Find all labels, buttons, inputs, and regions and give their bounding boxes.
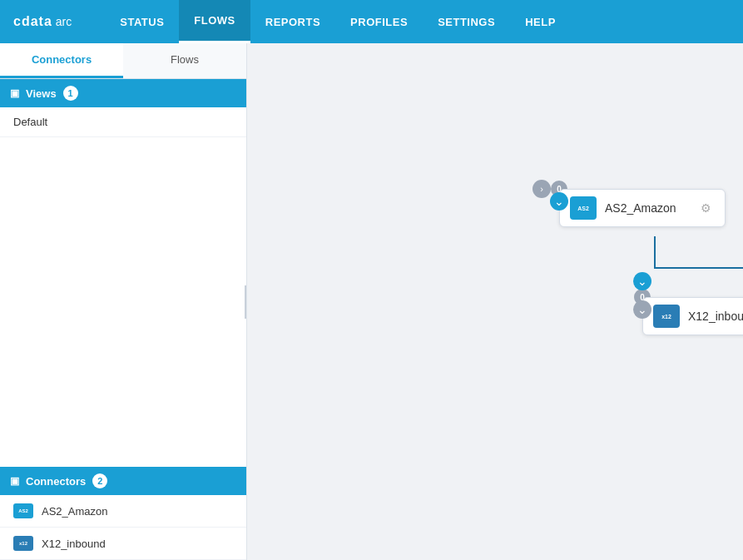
left-expand-icon: ›: [540, 184, 543, 194]
sidebar-tabs: Connectors Flows: [0, 43, 246, 79]
as2-gear-button[interactable]: ⚙: [696, 199, 715, 217]
logo-arc-text: arc: [56, 15, 72, 28]
x12-inbound-flow-node: x12 X12_inbound ⚙ ›: [642, 297, 743, 335]
sidebar-item-default[interactable]: Default: [0, 107, 246, 137]
as2-amazon-flow-node: AS2 AS2_Amazon ⚙: [559, 189, 726, 227]
as2-left-expand[interactable]: ›: [532, 180, 551, 198]
sidebar-item-x12-inbound[interactable]: x12 X12_inbound: [0, 528, 246, 560]
x12-node-name: X12_inbound: [688, 310, 743, 323]
views-label: Views: [26, 87, 57, 100]
as2-amazon-label: AS2_Amazon: [42, 505, 108, 518]
as2-amazon-icon: AS2: [13, 503, 33, 518]
nav-profiles[interactable]: PROFILES: [335, 0, 423, 43]
canvas-area: 0 › AS2 AS2_Amazon ⚙ ⌄ 0 ⌄: [247, 43, 743, 560]
as2-chevron-icon: ⌄: [554, 196, 564, 207]
connectors-label: Connectors: [26, 475, 86, 488]
nav-help[interactable]: HELP: [510, 0, 571, 43]
nav-flows[interactable]: FLOWS: [179, 0, 250, 43]
x12-inbound-label: X12_inbound: [42, 538, 106, 550]
nav-status[interactable]: STATUS: [105, 0, 179, 43]
x12-node-icon: x12: [653, 305, 680, 328]
connectors-section: ▣ Connectors 2 AS2 AS2_Amazon x12 X12_in…: [0, 467, 246, 560]
nav-reports[interactable]: REPORTS: [250, 0, 335, 43]
connectors-collapse-icon: ▣: [10, 475, 19, 487]
connectors-badge: 2: [92, 473, 107, 488]
top-navigation: cdata arc STATUS FLOWS REPORTS PROFILES …: [0, 0, 743, 43]
x12-expand-top[interactable]: ⌄: [633, 272, 651, 290]
views-section-header[interactable]: ▣ Views 1: [0, 79, 246, 107]
as2-expand-down[interactable]: ⌄: [550, 192, 568, 211]
app-logo: cdata arc: [13, 14, 72, 29]
sidebar: Connectors Flows ▣ Views 1 Default ▣ Con…: [0, 43, 247, 560]
tab-flows[interactable]: Flows: [123, 43, 246, 78]
as2-node-icon: AS2: [570, 196, 597, 220]
sidebar-item-as2-amazon[interactable]: AS2 AS2_Amazon: [0, 495, 246, 528]
as2-node-name: AS2_Amazon: [605, 201, 688, 215]
x12-expand-down[interactable]: ⌄: [633, 300, 651, 319]
nav-settings[interactable]: SETTINGS: [423, 0, 510, 43]
x12-inbound-icon: x12: [13, 536, 33, 551]
views-section: ▣ Views 1 Default: [0, 79, 246, 137]
logo-cdata-text: cdata: [13, 14, 52, 29]
connectors-section-header[interactable]: ▣ Connectors 2: [0, 467, 246, 495]
views-badge: 1: [63, 86, 78, 101]
tab-connectors[interactable]: Connectors: [0, 43, 123, 78]
x12-bottom-chevron: ⌄: [637, 304, 647, 315]
nav-links: STATUS FLOWS REPORTS PROFILES SETTINGS H…: [105, 0, 571, 43]
x12-top-chevron: ⌄: [637, 275, 647, 287]
main-layout: Connectors Flows ▣ Views 1 Default ▣ Con…: [0, 43, 743, 560]
views-collapse-icon: ▣: [10, 87, 19, 99]
